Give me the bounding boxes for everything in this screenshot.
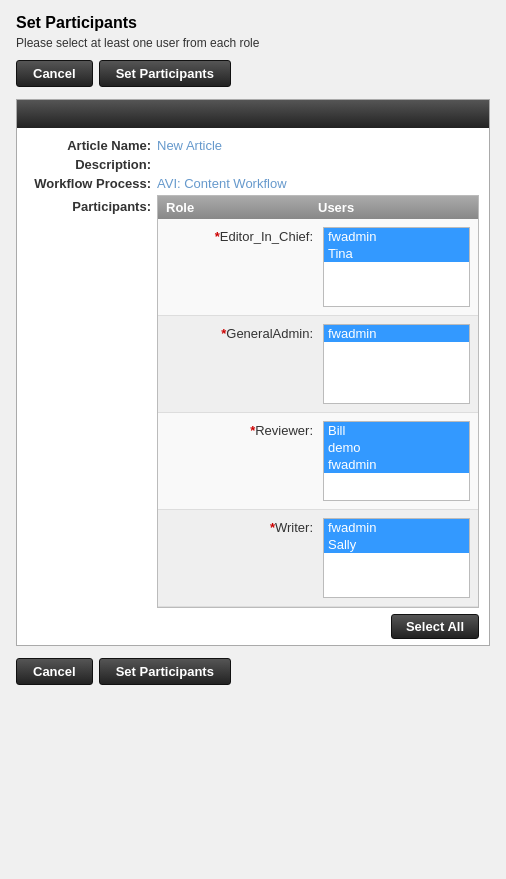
participants-section: Participants: Role Users *Editor_In_Chie…: [17, 195, 489, 608]
page-title: Set Participants: [16, 14, 490, 32]
participants-label: Participants:: [27, 195, 157, 608]
table-header: Role Users: [158, 196, 478, 219]
role-required-star: *: [215, 229, 220, 244]
user-option[interactable]: demo: [324, 439, 469, 456]
role-row: *GeneralAdmin:fwadmin: [158, 316, 478, 413]
bottom-set-participants-button[interactable]: Set Participants: [99, 658, 231, 685]
users-select-wrapper: fwadmin: [323, 324, 470, 404]
article-name-value: New Article: [157, 138, 222, 153]
users-select-wrapper: Billdemofwadmin: [323, 421, 470, 501]
role-name: *GeneralAdmin:: [166, 324, 323, 341]
col-role-header: Role: [166, 200, 318, 215]
workflow-label: Workflow Process:: [27, 176, 157, 191]
user-option[interactable]: Bill: [324, 422, 469, 439]
role-name: *Writer:: [166, 518, 323, 535]
role-row: *Writer:fwadminSally: [158, 510, 478, 607]
user-option[interactable]: fwadmin: [324, 228, 469, 245]
participants-table: Role Users *Editor_In_Chief:fwadminTina*…: [157, 195, 479, 608]
role-row: *Editor_In_Chief:fwadminTina: [158, 219, 478, 316]
info-section: Article Name: New Article Description: W…: [17, 128, 489, 191]
role-required-star: *: [270, 520, 275, 535]
select-all-row: Select All: [17, 608, 489, 645]
user-option[interactable]: fwadmin: [324, 519, 469, 536]
page-wrapper: Set Participants Please select at least …: [0, 0, 506, 879]
description-row: Description:: [27, 157, 479, 172]
users-select-wrapper: fwadminTina: [323, 227, 470, 307]
role-row: *Reviewer:Billdemofwadmin: [158, 413, 478, 510]
users-select-wrapper: fwadminSally: [323, 518, 470, 598]
top-set-participants-button[interactable]: Set Participants: [99, 60, 231, 87]
workflow-value: AVI: Content Workflow: [157, 176, 287, 191]
top-cancel-button[interactable]: Cancel: [16, 60, 93, 87]
panel-header: [17, 100, 489, 128]
article-name-label: Article Name:: [27, 138, 157, 153]
users-listbox[interactable]: fwadminTina: [323, 227, 470, 307]
roles-container: *Editor_In_Chief:fwadminTina*GeneralAdmi…: [158, 219, 478, 607]
role-name: *Editor_In_Chief:: [166, 227, 323, 244]
article-name-row: Article Name: New Article: [27, 138, 479, 153]
user-option[interactable]: Tina: [324, 245, 469, 262]
subtitle: Please select at least one user from eac…: [16, 36, 490, 50]
main-panel: Article Name: New Article Description: W…: [16, 99, 490, 646]
workflow-row: Workflow Process: AVI: Content Workflow: [27, 176, 479, 191]
user-option[interactable]: fwadmin: [324, 325, 469, 342]
col-users-header: Users: [318, 200, 470, 215]
role-required-star: *: [221, 326, 226, 341]
bottom-buttons: Cancel Set Participants: [16, 658, 490, 685]
bottom-cancel-button[interactable]: Cancel: [16, 658, 93, 685]
top-buttons: Cancel Set Participants: [16, 60, 490, 87]
user-option[interactable]: fwadmin: [324, 456, 469, 473]
description-label: Description:: [27, 157, 157, 172]
select-all-button[interactable]: Select All: [391, 614, 479, 639]
user-option[interactable]: Sally: [324, 536, 469, 553]
users-listbox[interactable]: fwadmin: [323, 324, 470, 404]
role-name: *Reviewer:: [166, 421, 323, 438]
users-listbox[interactable]: Billdemofwadmin: [323, 421, 470, 501]
role-required-star: *: [250, 423, 255, 438]
users-listbox[interactable]: fwadminSally: [323, 518, 470, 598]
